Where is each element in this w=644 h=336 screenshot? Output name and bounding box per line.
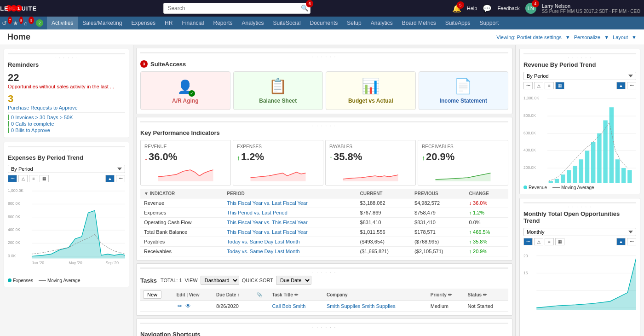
nav-refresh-icon[interactable]: ↺7 [2,18,12,28]
reminders-drag-handle[interactable]: · · · · · · [8,53,125,61]
kpi-row-payables-period[interactable]: Today vs. Same Day Last Month [223,237,356,247]
tasks-sort-select[interactable]: Due Date [276,276,311,285]
expenses-period-select[interactable]: By Period [8,165,125,173]
personalize-link[interactable]: Personalize [574,35,600,40]
kpi-row-cashflow-current: $831,410 [356,218,411,227]
tasks-drag-handle[interactable]: · · · · · · [140,267,508,276]
nav-home-icon[interactable]: ⌂9 [24,18,34,28]
due-date-sort-icon[interactable]: ↑ [237,292,240,297]
nav-item-expenses[interactable]: Expenses [126,17,160,29]
opportunities-period-select[interactable]: Monthly [523,228,636,236]
nav-star-badge: 8 [19,17,23,24]
expenses-grid-icon[interactable]: ≡ [29,175,38,182]
expenses-line-icon[interactable]: 〜 [8,175,17,182]
nav-item-activities[interactable]: Activities [47,17,78,29]
kpi-card-expenses: EXPENSES ↑1.2% [233,140,323,185]
reminder-link-invoices[interactable]: 0 Invoices > 30 Days > 50K [8,115,125,120]
opportunities-chart-type-icons: 〜 △ ≡ ▦ [523,238,564,245]
task-view-button[interactable]: 👁 [184,303,192,309]
suite-access-drag-handle[interactable]: · · · · · · [140,52,508,60]
nav-item-setup[interactable]: Setup [342,17,366,29]
feedback-link[interactable]: Feedback [497,6,519,11]
layout-link[interactable]: Layout [613,35,628,40]
suite-card-balance-sheet[interactable]: 📋 Balance Sheet [233,71,323,110]
nav-item-suiteapps[interactable]: SuiteApps [441,17,475,29]
task-title-edit-icon[interactable]: ✏ [294,292,298,297]
revenue-period-select[interactable]: By Period [523,72,636,80]
kpi-row-bankbalance-period[interactable]: This Fiscal Year vs. Last Fiscal Year [223,227,356,237]
expenses-area-style-icon[interactable]: ▲ [105,175,115,182]
nav-item-reports[interactable]: Reports [208,17,237,29]
expenses-trend-controls: By Period [8,165,125,173]
kpi-sparkline-receivables [422,163,504,181]
kpi-row-receivables-period[interactable]: Today vs. Same Day Last Month [223,247,356,256]
reminder-link-bills[interactable]: 0 Bills to Approve [8,127,125,133]
opp-line-style-icon[interactable]: 〜 [627,238,636,245]
kpi-row-revenue-period[interactable]: This Fiscal Year vs. Last Fiscal Year [223,198,356,208]
nav-item-hr[interactable]: HR [160,17,177,29]
tasks-new-button[interactable]: New [143,290,161,299]
kpi-row-expenses-period[interactable]: This Period vs. Last Period [223,208,356,218]
expenses-trend-drag-handle[interactable]: · · · · · · [8,146,125,154]
search-input[interactable] [163,3,310,14]
revenue-area-style-icon[interactable]: ▲ [616,82,626,89]
suite-access-badge: 3 [140,60,148,68]
kpi-row-expenses: Expenses This Period vs. Last Period $76… [140,208,508,218]
revenue-bar-icon[interactable]: ▦ [555,82,564,89]
kpi-card-revenue: REVENUE ↓36.0% [140,140,231,185]
expenses-bar-icon[interactable]: ▦ [40,175,49,182]
svg-text:0.0K: 0.0K [523,182,532,183]
tasks-view-select[interactable]: Dashboard [201,276,239,285]
opp-area-style-icon[interactable]: ▲ [616,238,626,245]
kpi-value-payables: ↑35.8% [329,151,412,163]
suite-card-ar-aging[interactable]: 👤 ✓ A/R Aging [140,71,230,110]
kpi-row-cashflow-period[interactable]: This Fiscal Year vs. This Fiscal Year [223,218,356,227]
revenue-grid-icon[interactable]: ≡ [545,82,554,89]
nav-item-financial[interactable]: Financial [177,17,208,29]
status-edit-icon[interactable]: ✏ [483,292,487,297]
reminder-desc-2[interactable]: Purchase Requests to Approve [8,105,125,110]
opp-grid-icon[interactable]: ≡ [545,238,554,245]
revenue-area-icon[interactable]: △ [534,82,543,89]
opp-line-icon[interactable]: 〜 [523,238,533,245]
revenue-line-icon[interactable]: 〜 [523,82,533,89]
nav-item-documents[interactable]: Documents [305,17,343,29]
opportunities-drag-handle[interactable]: · · · · · · [523,202,636,210]
expenses-line-style-icon[interactable]: 〜 [116,175,125,182]
moving-avg-legend-label: Moving Average [47,278,80,283]
opp-area-icon[interactable]: △ [534,238,543,245]
revenue-line-style-icon[interactable]: 〜 [627,82,636,89]
task-edit-button[interactable]: ✏ [177,303,183,309]
feedback-icon[interactable]: 💬 [483,4,492,13]
nav-item-analytics2[interactable]: Analytics [366,17,397,29]
task-row-1-editview: ✏ 👁 [174,301,213,312]
kpi-label-payables: PAYABLES [329,144,412,149]
nav-item-boardmetrics[interactable]: Board Metrics [397,17,441,29]
task-row-1-title[interactable]: Call Bob Smith [270,301,324,312]
kpi-drag-handle[interactable]: · · · · · · [140,121,508,129]
sort-icon[interactable]: ▼ [144,191,149,196]
revenue-legend-dot [523,185,527,189]
reminder-link-calls[interactable]: 0 Calls to complete [8,121,125,127]
expenses-area-icon[interactable]: △ [18,175,28,182]
nav-item-analytics1[interactable]: Analytics [237,17,269,29]
viewing-portlet-link[interactable]: Viewing: Portlet date settings [496,35,562,40]
reminder-desc-1[interactable]: Opportunities without sales activity in … [8,84,125,89]
search-wrap: 🔍 6 [163,3,310,14]
nav-item-suitesocial[interactable]: SuiteSocial [269,17,305,29]
revenue-trend-drag-handle[interactable]: · · · · · · [523,53,636,61]
nav-shortcuts-drag-handle[interactable]: · · · · · · [140,323,508,331]
priority-edit-icon[interactable]: ✏ [448,292,452,297]
nav-item-sales[interactable]: Sales/Marketing [78,17,126,29]
kpi-row-cashflow-previous: $831,410 [411,218,465,227]
task-row-1-company[interactable]: Smith Supplies Smith Supplies [324,301,428,312]
nav-item-support[interactable]: Support [475,17,503,29]
suite-card-income[interactable]: 📄 Income Statement [419,71,509,110]
suite-card-budget[interactable]: 📊 Budget vs Actual [326,71,416,110]
nav-star-icon[interactable]: ★8 [13,18,23,28]
suite-access-widget: · · · · · · 3 SuiteAccess 👤 ✓ A/R Aging … [136,48,512,114]
svg-marker-12 [32,211,125,259]
opp-bar-icon[interactable]: ▦ [555,238,564,245]
help-link[interactable]: Help [467,6,477,11]
notifications[interactable]: 🔔 5 [452,4,461,13]
